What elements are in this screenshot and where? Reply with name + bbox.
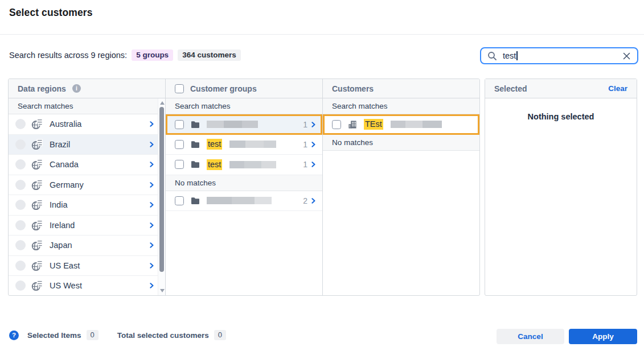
region-label: India	[50, 200, 67, 209]
customers-sections: Search matchesTEstNo matches	[323, 98, 479, 151]
search-box[interactable]: test	[480, 47, 638, 64]
chevron-right-icon[interactable]	[311, 122, 315, 127]
row-checkbox[interactable]	[332, 120, 341, 129]
chevron-right-icon[interactable]	[150, 142, 154, 147]
row-checkbox[interactable]	[175, 196, 184, 205]
apply-button[interactable]: Apply	[569, 329, 637, 344]
customer-groups-column: Customer groups Search matches1test1test…	[166, 79, 323, 295]
chevron-right-icon[interactable]	[150, 263, 154, 268]
region-label: Australia	[50, 119, 81, 129]
groups-sections: Search matches1test1test1No matches2	[166, 98, 322, 211]
group-row[interactable]: 1	[166, 114, 322, 135]
region-row[interactable]: Brazil	[9, 135, 165, 155]
region-row[interactable]: US East	[9, 256, 165, 276]
folder-icon	[190, 196, 200, 206]
empty-selection-text: Nothing selected	[485, 112, 637, 121]
region-radio[interactable]	[15, 220, 26, 230]
customers-count-badge: 364 customers	[178, 49, 241, 61]
region-row[interactable]: Japan	[9, 236, 165, 256]
search-input[interactable]: test	[503, 51, 516, 60]
child-count: 1	[303, 160, 307, 169]
region-label: Ireland	[50, 221, 75, 230]
region-radio[interactable]	[15, 159, 26, 170]
page-title: Select customers	[9, 7, 93, 19]
section-label: No matches	[323, 135, 479, 151]
chevron-right-icon[interactable]	[150, 162, 154, 167]
region-row[interactable]: Australia	[9, 114, 165, 135]
chevron-right-icon[interactable]	[311, 142, 315, 147]
scroll-down-arrow-icon[interactable]	[160, 289, 165, 292]
redacted-text	[229, 141, 276, 148]
section-label: Search matches	[323, 98, 479, 114]
region-row[interactable]: Canada	[9, 155, 165, 175]
clear-search-icon[interactable]	[622, 52, 631, 60]
data-regions-title: Data regions	[18, 84, 66, 93]
region-radio[interactable]	[15, 139, 26, 150]
region-row[interactable]: US West	[9, 276, 165, 296]
folder-icon	[190, 119, 200, 130]
region-label: Brazil	[50, 140, 70, 149]
region-radio[interactable]	[15, 180, 26, 190]
chevron-right-icon[interactable]	[150, 242, 154, 248]
picker-columns: Data regions i Search matches AustraliaB…	[8, 79, 480, 296]
customers-title: Customers	[332, 84, 374, 93]
scroll-up-arrow-icon[interactable]	[160, 101, 165, 105]
group-row[interactable]: test1	[166, 135, 322, 155]
region-radio[interactable]	[15, 200, 26, 210]
clear-selection-link[interactable]: Clear	[608, 84, 627, 93]
customer-groups-title: Customer groups	[190, 84, 257, 93]
search-summary: Search results across 9 regions: 5 group…	[9, 48, 241, 62]
chevron-right-icon[interactable]	[150, 182, 154, 188]
globe-icon	[31, 260, 43, 271]
globe-icon	[31, 118, 43, 130]
section-label: No matches	[166, 175, 322, 191]
chevron-right-icon[interactable]	[150, 222, 154, 228]
info-icon[interactable]: i	[72, 84, 81, 93]
group-row[interactable]: test1	[166, 155, 322, 175]
customer-groups-header: Customer groups	[166, 79, 322, 98]
help-icon[interactable]: ?	[9, 331, 19, 340]
row-checkbox[interactable]	[175, 120, 184, 129]
child-count: 1	[303, 120, 307, 129]
building-icon	[347, 119, 358, 130]
region-radio[interactable]	[15, 240, 26, 250]
search-match-text: test	[207, 139, 222, 150]
region-row[interactable]: Ireland	[9, 216, 165, 236]
scrollbar-thumb[interactable]	[159, 107, 164, 272]
row-checkbox[interactable]	[175, 140, 184, 149]
region-radio[interactable]	[15, 261, 26, 271]
selected-panel: Selected Clear Nothing selected	[485, 79, 637, 296]
region-row[interactable]: India	[9, 195, 165, 216]
region-radio[interactable]	[15, 119, 26, 129]
data-regions-column: Data regions i Search matches AustraliaB…	[9, 79, 166, 295]
chevron-right-icon[interactable]	[150, 121, 154, 127]
search-icon	[487, 51, 497, 61]
total-customers-label: Total selected customers	[117, 331, 209, 340]
cancel-button[interactable]: Cancel	[497, 329, 564, 344]
child-count: 1	[303, 140, 307, 149]
globe-icon	[31, 139, 43, 150]
select-all-groups-checkbox[interactable]	[175, 84, 184, 93]
row-checkbox[interactable]	[175, 160, 184, 169]
region-radio[interactable]	[15, 280, 26, 291]
section-label: Search matches	[166, 98, 322, 114]
region-row[interactable]: Germany	[9, 175, 165, 196]
regions-scrollbar[interactable]	[158, 98, 165, 295]
customer-row[interactable]: TEst	[323, 114, 479, 135]
chevron-right-icon[interactable]	[311, 162, 315, 167]
customers-column: Customers Search matchesTEstNo matches	[323, 79, 479, 295]
chevron-right-icon[interactable]	[311, 198, 315, 204]
redacted-text	[207, 121, 258, 128]
selected-panel-header: Selected Clear	[485, 79, 637, 98]
group-row[interactable]: 2	[166, 191, 322, 212]
region-label: US West	[50, 281, 82, 290]
customers-header: Customers	[323, 79, 479, 98]
regions-list: AustraliaBrazilCanadaGermanyIndiaIreland…	[9, 114, 165, 296]
globe-icon	[31, 199, 43, 210]
chevron-right-icon[interactable]	[150, 202, 154, 208]
region-label: Germany	[50, 180, 84, 189]
redacted-text	[391, 121, 442, 128]
footer-summary: ? Selected Items 0 Total selected custom…	[9, 330, 226, 340]
regions-subheader-label: Search matches	[9, 98, 165, 114]
chevron-right-icon[interactable]	[150, 283, 154, 288]
